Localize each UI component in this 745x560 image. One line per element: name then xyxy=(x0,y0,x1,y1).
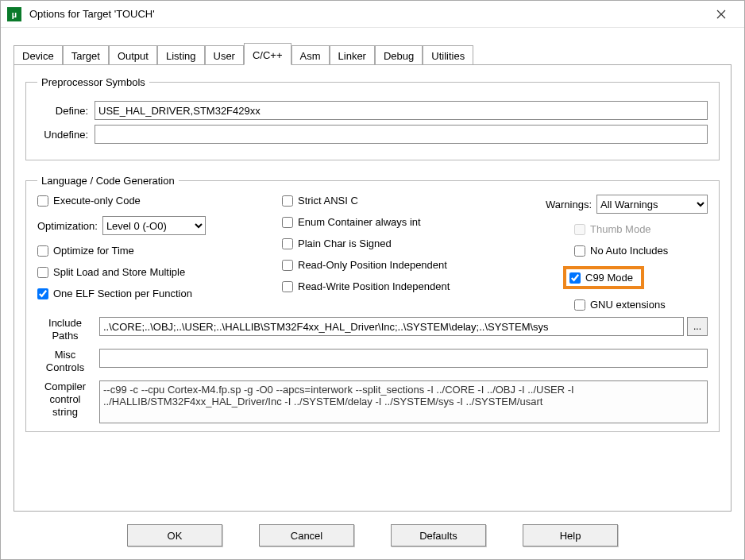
tab-user[interactable]: User xyxy=(205,45,244,65)
app-icon: µ xyxy=(7,7,21,21)
rw-pos-indep-checkbox[interactable]: Read-Write Position Independent xyxy=(282,280,504,292)
enum-container-input[interactable] xyxy=(282,217,293,228)
rw-pos-indep-input[interactable] xyxy=(282,281,293,292)
gnu-ext-checkbox[interactable]: GNU extensions xyxy=(519,299,708,311)
split-load-store-label: Split Load and Store Multiple xyxy=(53,266,185,278)
thumb-mode-label: Thumb Mode xyxy=(590,223,651,235)
content-area: Device Target Output Listing User C/C++ … xyxy=(1,28,744,512)
compiler-string-row: Compiler control string xyxy=(37,380,708,423)
cancel-button[interactable]: Cancel xyxy=(259,524,354,546)
ccpp-panel: Preprocessor Symbols Define: Undefine: L… xyxy=(14,64,731,512)
optimize-time-checkbox[interactable]: Optimize for Time xyxy=(37,245,268,257)
strict-ansi-checkbox[interactable]: Strict ANSI C xyxy=(282,195,504,207)
tab-debug[interactable]: Debug xyxy=(375,45,423,65)
close-button[interactable] xyxy=(703,2,739,26)
strict-ansi-label: Strict ANSI C xyxy=(298,195,358,207)
execute-only-label: Execute-only Code xyxy=(53,195,141,207)
tab-listing[interactable]: Listing xyxy=(157,45,205,65)
misc-controls-wrap xyxy=(99,349,708,368)
warnings-select[interactable]: All Warnings xyxy=(596,195,708,214)
codegen-col1: Execute-only Code Optimization: Level 0 … xyxy=(37,195,268,311)
strict-ansi-input[interactable] xyxy=(282,195,293,207)
misc-controls-row: Misc Controls xyxy=(37,349,708,374)
undefine-label: Undefine: xyxy=(37,129,95,141)
no-auto-includes-input[interactable] xyxy=(574,245,585,257)
enum-container-checkbox[interactable]: Enum Container always int xyxy=(282,216,504,228)
help-button[interactable]: Help xyxy=(523,524,618,546)
optimization-label: Optimization: xyxy=(37,220,98,232)
tab-asm[interactable]: Asm xyxy=(291,45,330,65)
one-elf-section-input[interactable] xyxy=(37,288,48,299)
tab-utilities[interactable]: Utilities xyxy=(423,45,473,65)
include-browse-button[interactable]: ... xyxy=(687,317,708,336)
c99-mode-checkbox[interactable]: C99 Mode xyxy=(569,272,633,284)
close-icon xyxy=(716,10,726,19)
one-elf-section-checkbox[interactable]: One ELF Section per Function xyxy=(37,288,268,299)
include-paths-row: Include Paths ... xyxy=(37,317,708,342)
compiler-string-wrap xyxy=(99,380,708,423)
optimize-time-input[interactable] xyxy=(37,245,48,257)
gnu-ext-input[interactable] xyxy=(574,299,585,311)
defaults-button[interactable]: Defaults xyxy=(391,524,486,546)
window-title: Options for Target 'TOUCH' xyxy=(29,8,703,20)
undefine-row: Undefine: xyxy=(37,125,708,144)
split-load-store-input[interactable] xyxy=(37,267,48,278)
plain-char-input[interactable] xyxy=(282,238,293,249)
codegen-grid: Execute-only Code Optimization: Level 0 … xyxy=(37,195,708,311)
plain-char-label: Plain Char is Signed xyxy=(298,238,392,249)
misc-controls-input[interactable] xyxy=(99,349,708,368)
tab-output[interactable]: Output xyxy=(109,45,157,65)
optimize-time-label: Optimize for Time xyxy=(53,245,134,257)
define-input[interactable] xyxy=(95,101,708,120)
codegen-legend: Language / Code Generation xyxy=(37,175,179,187)
ro-pos-indep-label: Read-Only Position Independent xyxy=(298,259,447,271)
tab-device[interactable]: Device xyxy=(14,45,63,65)
no-auto-includes-checkbox[interactable]: No Auto Includes xyxy=(519,245,708,257)
execute-only-input[interactable] xyxy=(37,195,48,207)
execute-only-checkbox[interactable]: Execute-only Code xyxy=(37,195,268,207)
preprocessor-legend: Preprocessor Symbols xyxy=(37,76,149,88)
optimization-select[interactable]: Level 0 (-O0) xyxy=(102,216,206,235)
thumb-mode-input xyxy=(574,224,585,235)
optimization-row: Optimization: Level 0 (-O0) xyxy=(37,216,268,235)
options-dialog: µ Options for Target 'TOUCH' Device Targ… xyxy=(0,0,745,560)
titlebar: µ Options for Target 'TOUCH' xyxy=(1,1,744,28)
codegen-group: Language / Code Generation Execute-only … xyxy=(25,175,720,432)
plain-char-checkbox[interactable]: Plain Char is Signed xyxy=(282,238,504,249)
define-row: Define: xyxy=(37,101,708,120)
compiler-string-label: Compiler control string xyxy=(37,380,99,419)
enum-container-label: Enum Container always int xyxy=(298,216,421,228)
c99-mode-input[interactable] xyxy=(569,272,581,284)
warnings-row: Warnings: All Warnings xyxy=(519,195,708,214)
gnu-ext-label: GNU extensions xyxy=(590,299,666,311)
define-label: Define: xyxy=(37,105,95,117)
tab-ccpp[interactable]: C/C++ xyxy=(244,43,291,65)
include-paths-label: Include Paths xyxy=(37,317,99,342)
undefine-input[interactable] xyxy=(95,125,708,144)
split-load-store-checkbox[interactable]: Split Load and Store Multiple xyxy=(37,266,268,278)
compiler-string-text xyxy=(99,380,708,423)
ok-button[interactable]: OK xyxy=(127,524,222,546)
thumb-mode-checkbox: Thumb Mode xyxy=(519,223,708,235)
ro-pos-indep-checkbox[interactable]: Read-Only Position Independent xyxy=(282,259,504,271)
tab-strip: Device Target Output Listing User C/C++ … xyxy=(14,42,731,64)
codegen-col2: Strict ANSI C Enum Container always int … xyxy=(282,195,504,311)
c99-highlight: C99 Mode xyxy=(563,266,644,289)
rw-pos-indep-label: Read-Write Position Independent xyxy=(298,280,450,292)
tab-linker[interactable]: Linker xyxy=(330,45,375,65)
preprocessor-group: Preprocessor Symbols Define: Undefine: xyxy=(25,76,720,160)
c99-mode-label: C99 Mode xyxy=(585,272,633,284)
one-elf-section-label: One ELF Section per Function xyxy=(53,288,192,299)
warnings-label: Warnings: xyxy=(546,199,592,210)
c99-highlight-wrap: C99 Mode xyxy=(519,266,708,289)
include-paths-input[interactable] xyxy=(99,317,684,336)
misc-controls-label: Misc Controls xyxy=(37,349,99,374)
tab-target[interactable]: Target xyxy=(63,45,109,65)
no-auto-includes-label: No Auto Includes xyxy=(590,245,668,257)
ro-pos-indep-input[interactable] xyxy=(282,260,293,271)
button-bar: OK Cancel Defaults Help xyxy=(1,512,744,559)
include-paths-wrap: ... xyxy=(99,317,708,336)
codegen-col3: Warnings: All Warnings Thumb Mode No Aut… xyxy=(519,195,708,311)
